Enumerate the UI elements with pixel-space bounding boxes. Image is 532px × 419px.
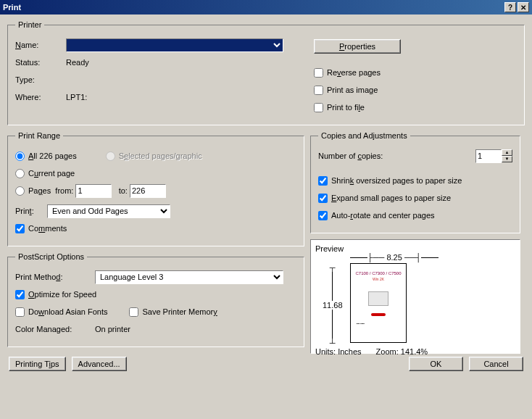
comments-checkbox[interactable] [15, 224, 25, 233]
shrink-label: Shrink oversized pages to paper size [331, 176, 462, 185]
download-fonts-checkbox[interactable] [15, 307, 25, 317]
postscript-group: PostScript Options Print Method: Languag… [7, 252, 304, 347]
dialog-body: Printer Name: Status: Ready Type: [0, 14, 532, 380]
help-button[interactable]: ? [504, 2, 516, 12]
preview-zoom: Zoom: 141.4% [376, 347, 428, 356]
print-method-select[interactable]: Language Level 3 [95, 270, 283, 284]
print-subset-select[interactable]: Even and Odd Pages [47, 204, 170, 218]
copies-down-button[interactable]: ▼ [502, 156, 512, 162]
save-memory-label: Save Printer Memory [142, 307, 217, 316]
to-label: to: [119, 186, 128, 195]
printing-tips-button[interactable]: Printing Tips [9, 357, 66, 371]
autorotate-label: Auto-rotate and center pages [331, 211, 435, 220]
printer-group: Printer Name: Status: Ready Type: [7, 20, 525, 125]
advanced-button[interactable]: Advanced... [72, 357, 127, 371]
where-value: LPT1: [66, 93, 87, 101]
preview-units: Units: Inches [315, 347, 362, 356]
copies-group: Copies and Adjustments Number of copies:… [310, 131, 520, 233]
print-range-group: Print Range All 226 pages Selected pages… [7, 131, 304, 246]
optimize-label: Optimize for Speed [28, 290, 96, 299]
print-range-legend: Print Range [15, 131, 63, 140]
copies-input[interactable] [475, 149, 502, 163]
optimize-checkbox[interactable] [15, 290, 25, 299]
to-input[interactable] [130, 184, 166, 198]
status-value: Ready [66, 58, 89, 67]
reverse-pages-checkbox[interactable] [314, 68, 323, 78]
copies-number-label: Number of copies: [318, 152, 412, 160]
print-method-label: Print Method: [15, 273, 95, 281]
properties-button[interactable]: Properties [314, 39, 401, 54]
comments-label: Comments [28, 224, 67, 233]
status-label: Status: [15, 58, 66, 67]
preview-width: 8.25 [386, 253, 402, 262]
current-page-label: Current page [28, 169, 75, 178]
save-memory-checkbox[interactable] [129, 307, 138, 317]
expand-label: Expand small pages to paper size [331, 194, 451, 202]
name-label: Name: [15, 41, 66, 49]
selected-pages-label: Selected pages/graphic [119, 152, 202, 160]
preview-height: 11.68 [323, 301, 343, 310]
all-pages-radio[interactable] [15, 152, 25, 161]
preview-box: Preview ├── 8.25 ──┤ ┬ 11.68 ┴ C710 [310, 239, 520, 354]
postscript-legend: PostScript Options [15, 252, 87, 261]
print-as-image-label: Print as image [327, 86, 378, 94]
preview-page-thumbnail: C7100 / C7300 / C7500 Win 2K ▪▪▪ ▪▪▪▪ [350, 263, 407, 343]
type-label: Type: [15, 75, 66, 84]
print-to-file-checkbox[interactable] [314, 103, 323, 112]
download-fonts-label: Download Asian Fonts [28, 307, 107, 316]
pages-radio[interactable] [15, 186, 25, 196]
current-page-radio[interactable] [15, 169, 25, 178]
where-label: Where: [15, 93, 66, 101]
shrink-checkbox[interactable] [318, 176, 328, 186]
window-title: Print [3, 3, 503, 12]
copies-legend: Copies and Adjustments [318, 131, 410, 140]
all-pages-label: All 226 pages [28, 152, 77, 160]
printer-legend: Printer [15, 20, 44, 29]
expand-checkbox[interactable] [318, 194, 328, 203]
reverse-pages-label: Reverse pages [327, 68, 381, 77]
color-managed-value: On printer [95, 325, 130, 333]
printer-name-select[interactable] [66, 38, 283, 52]
pages-label: Pages [28, 186, 55, 195]
selected-pages-radio [106, 152, 115, 161]
preview-label: Preview [315, 244, 344, 253]
print-as-image-checkbox[interactable] [314, 86, 323, 95]
print-subset-label: Print: [15, 207, 47, 215]
from-label: from: [55, 186, 73, 195]
ok-button[interactable]: OK [409, 357, 463, 371]
from-input[interactable] [75, 184, 112, 198]
print-to-file-label: Print to file [327, 103, 365, 112]
autorotate-checkbox[interactable] [318, 211, 328, 220]
cancel-button[interactable]: Cancel [469, 357, 523, 371]
titlebar: Print ? ✕ [0, 0, 532, 14]
copies-up-button[interactable]: ▲ [502, 149, 512, 156]
close-button[interactable]: ✕ [518, 2, 529, 12]
color-managed-label: Color Managed: [15, 325, 95, 333]
